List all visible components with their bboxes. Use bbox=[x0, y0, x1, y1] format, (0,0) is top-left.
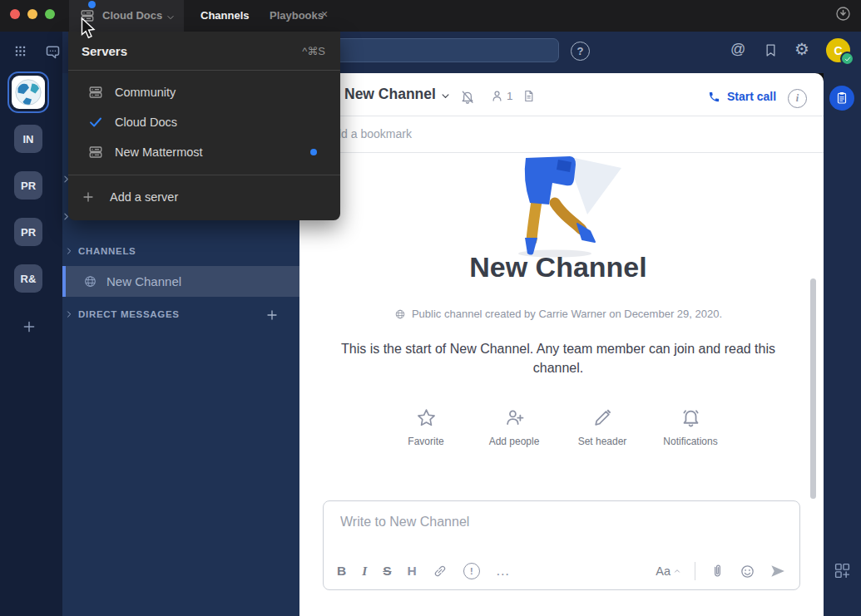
emoji-smiley-icon[interactable] bbox=[740, 564, 755, 579]
servers-menu-title: Servers bbox=[82, 44, 127, 58]
running-person-illustration bbox=[512, 155, 640, 259]
pinned-files-doc-icon[interactable] bbox=[522, 89, 536, 103]
person-icon bbox=[490, 89, 504, 103]
favorite-label: Favorite bbox=[408, 436, 443, 447]
priority-exclaim-icon[interactable]: ! bbox=[463, 563, 480, 579]
start-call-label: Start call bbox=[727, 90, 776, 103]
tab-playbooks[interactable]: Playbooks bbox=[270, 9, 324, 22]
menu-item-server[interactable]: Community bbox=[68, 77, 340, 107]
server-name: New Mattermost bbox=[115, 145, 203, 159]
phone-icon bbox=[708, 91, 720, 103]
playbooks-app-button-active[interactable] bbox=[829, 86, 854, 111]
favorite-button[interactable]: Favorite bbox=[388, 407, 464, 447]
send-icon[interactable] bbox=[769, 563, 786, 579]
minimize-window-button[interactable] bbox=[27, 9, 37, 19]
star-icon bbox=[416, 407, 437, 428]
set-header-button[interactable]: Set header bbox=[564, 407, 641, 447]
at-mentions-icon[interactable]: @ bbox=[730, 41, 745, 58]
add-people-button[interactable]: Add people bbox=[476, 407, 552, 447]
paperclip-icon[interactable] bbox=[710, 564, 725, 579]
team-button[interactable]: IN bbox=[14, 125, 42, 153]
channels-section-header[interactable]: CHANNELS bbox=[65, 246, 136, 256]
maximize-window-button[interactable] bbox=[45, 9, 55, 19]
channels-section-label: CHANNELS bbox=[78, 246, 136, 256]
scrollbar-thumb[interactable] bbox=[810, 278, 816, 499]
bold-button[interactable]: B bbox=[337, 564, 346, 579]
channels-chat-icon[interactable] bbox=[44, 43, 62, 61]
selected-channel-accent-bar bbox=[62, 266, 66, 297]
team-initials: R& bbox=[21, 273, 37, 285]
member-count-button[interactable]: 1 bbox=[490, 89, 513, 103]
server-dropdown-button[interactable]: Cloud Docs bbox=[69, 0, 184, 32]
public-channel-globe-icon bbox=[83, 274, 97, 288]
close-window-button[interactable] bbox=[10, 9, 20, 19]
text-style-toggle[interactable]: Aa bbox=[656, 564, 680, 578]
strikethrough-button[interactable]: S bbox=[383, 564, 391, 579]
server-name: Community bbox=[115, 86, 176, 99]
server-unread-dot bbox=[88, 1, 96, 8]
app-bar bbox=[824, 73, 861, 616]
channel-intro-actions: Favorite Add people Set header Notificat… bbox=[299, 407, 817, 447]
info-glyph: i bbox=[796, 92, 799, 105]
chevron-down-icon bbox=[166, 13, 175, 22]
notifications-button[interactable]: Notifications bbox=[652, 407, 729, 447]
set-header-label: Set header bbox=[578, 436, 627, 447]
menu-item-server-selected[interactable]: Cloud Docs bbox=[68, 107, 340, 137]
more-formatting-icon[interactable]: … bbox=[496, 567, 511, 575]
channel-intro-meta: Public channel created by Carrie Warner … bbox=[299, 308, 817, 320]
direct-messages-section-header[interactable]: DIRECT MESSAGES bbox=[65, 309, 180, 319]
search-input[interactable] bbox=[329, 38, 559, 62]
channel-meta-text: Public channel created by Carrie Warner … bbox=[412, 308, 722, 320]
mattermost-desktop-window: IN PR PR R& CHANNELS New Channel DIRECT … bbox=[0, 0, 861, 616]
add-server-menu-item[interactable]: Add a server bbox=[68, 175, 340, 219]
channel-intro-title: New Channel bbox=[299, 251, 817, 283]
muted-bell-slash-icon[interactable] bbox=[460, 90, 475, 105]
current-server-label: Cloud Docs bbox=[102, 9, 162, 22]
notifications-label: Notifications bbox=[663, 436, 717, 447]
app-marketplace-grid-plus-icon[interactable] bbox=[834, 562, 851, 579]
chevron-right-icon bbox=[65, 310, 73, 318]
menu-divider bbox=[68, 70, 340, 71]
add-team-plus-icon[interactable] bbox=[22, 319, 37, 334]
settings-gear-icon[interactable]: ⚙ bbox=[794, 39, 809, 59]
add-server-label: Add a server bbox=[110, 190, 178, 204]
message-composer: B I S H ! … Aa bbox=[323, 500, 800, 590]
close-tab-icon[interactable]: × bbox=[321, 7, 328, 21]
product-switcher-grid-icon[interactable] bbox=[13, 44, 27, 58]
online-status-badge bbox=[840, 52, 854, 66]
toolbar-divider bbox=[695, 562, 695, 580]
channel-title: New Channel bbox=[344, 86, 436, 103]
start-call-button[interactable]: Start call bbox=[708, 90, 776, 103]
channel-intro-body: This is the start of New Channel. Any te… bbox=[325, 339, 791, 377]
check-icon bbox=[844, 56, 851, 62]
add-direct-message-plus-icon[interactable] bbox=[265, 308, 279, 322]
server-stack-icon bbox=[88, 85, 103, 100]
team-button[interactable]: R& bbox=[14, 264, 42, 293]
help-icon[interactable]: ? bbox=[571, 42, 590, 61]
saved-posts-bookmark-icon[interactable] bbox=[763, 42, 779, 58]
user-avatar[interactable]: C bbox=[826, 38, 850, 62]
heading-button[interactable]: H bbox=[408, 564, 417, 579]
servers-dropdown-menu: Servers ^⌘S Community Cloud Docs New Mat… bbox=[68, 32, 340, 220]
tab-channels[interactable]: Channels bbox=[200, 9, 250, 22]
channel-name: New Channel bbox=[106, 274, 181, 288]
channel-info-icon[interactable]: i bbox=[788, 89, 807, 108]
channel-title-menu[interactable]: New Channel bbox=[344, 86, 450, 103]
link-icon[interactable] bbox=[433, 564, 448, 579]
team-button-selected[interactable] bbox=[7, 71, 49, 113]
team-button[interactable]: PR bbox=[14, 171, 42, 200]
italic-button[interactable]: I bbox=[362, 564, 367, 579]
channel-row-selected[interactable]: New Channel bbox=[62, 266, 299, 297]
team-button[interactable]: PR bbox=[14, 218, 42, 246]
chevron-up-icon bbox=[674, 568, 680, 574]
chevron-right-icon bbox=[65, 247, 73, 255]
team-initials: PR bbox=[21, 226, 36, 239]
window-titlebar: Cloud Docs Channels Playbooks × bbox=[0, 0, 861, 32]
chevron-down-icon bbox=[441, 91, 450, 101]
check-icon bbox=[88, 115, 103, 130]
message-input[interactable] bbox=[339, 514, 774, 530]
menu-item-server[interactable]: New Mattermost bbox=[68, 137, 340, 167]
globe-team-avatar bbox=[12, 76, 45, 109]
download-update-icon[interactable] bbox=[834, 5, 852, 22]
help-glyph: ? bbox=[577, 45, 584, 57]
